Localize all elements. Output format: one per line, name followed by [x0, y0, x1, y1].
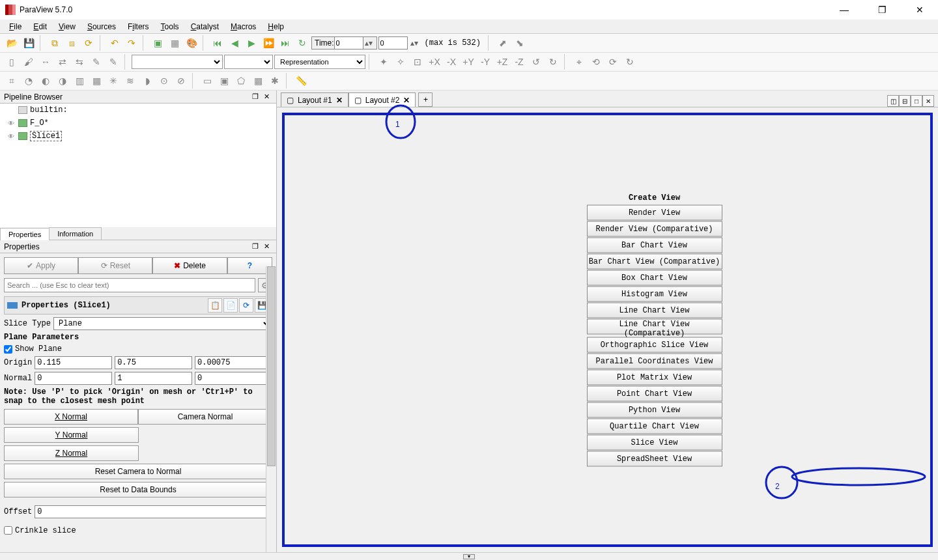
palette-icon[interactable]: 🎨: [184, 35, 199, 51]
reset-camera-button[interactable]: Reset Camera to Normal: [4, 464, 272, 479]
menu-catalyst[interactable]: Catalyst: [186, 21, 224, 33]
menu-view[interactable]: View: [53, 21, 81, 33]
adjust-cam-icon[interactable]: ⌖: [571, 54, 587, 70]
close-view-icon[interactable]: ✕: [922, 95, 934, 107]
extract-icon[interactable]: ▦: [89, 73, 104, 89]
view-option-point[interactable]: Point Chart View: [587, 385, 722, 401]
undock-icon[interactable]: ❐: [249, 242, 261, 251]
slice-icon[interactable]: ◑: [55, 73, 70, 89]
normal-x-input[interactable]: [35, 372, 112, 385]
split-h-icon[interactable]: ◫: [887, 95, 899, 107]
edit-color2-icon[interactable]: ✎: [106, 54, 121, 70]
paste-icon[interactable]: 📄: [223, 298, 238, 313]
calculator-icon[interactable]: ⌗: [4, 73, 20, 89]
refresh-icon[interactable]: ⟳: [81, 35, 96, 51]
minimize-button[interactable]: —: [831, 5, 857, 15]
zminus-icon[interactable]: -Z: [511, 54, 527, 70]
auto-icon[interactable]: ⇄: [55, 54, 70, 70]
layout-tab-1[interactable]: ▢ Layout #1 ✕: [281, 92, 348, 107]
reset-button[interactable]: ⟳Reset: [78, 257, 152, 274]
representation-selector[interactable]: Representation: [274, 55, 365, 69]
apply-icon[interactable]: ▣: [150, 35, 165, 51]
view-option-bar-comp[interactable]: Bar Chart View (Comparative): [587, 253, 722, 269]
view-option-python[interactable]: Python View: [587, 402, 722, 417]
custom-icon[interactable]: ⇆: [72, 54, 87, 70]
close-panel-icon[interactable]: ✕: [261, 92, 272, 101]
pipeline-node-slice1[interactable]: 👁 Slice1: [0, 130, 276, 143]
yplus-icon[interactable]: +Y: [461, 54, 476, 70]
reset-cam-icon[interactable]: ✦: [376, 54, 391, 70]
menu-macros[interactable]: Macros: [225, 21, 261, 33]
view-option-parallel[interactable]: Parallel Coordinates View: [587, 353, 722, 369]
rot90a-icon[interactable]: ↺: [528, 54, 544, 70]
menu-edit[interactable]: Edit: [28, 21, 52, 33]
offset-input[interactable]: [35, 505, 272, 518]
contour-icon[interactable]: ◔: [21, 73, 36, 89]
maximize-view-icon[interactable]: □: [911, 95, 922, 107]
close-panel-icon[interactable]: ✕: [261, 242, 272, 251]
collapse-icon[interactable]: [7, 302, 18, 309]
play-icon[interactable]: ▶: [244, 35, 259, 51]
group-icon[interactable]: ⊙: [156, 73, 172, 89]
normal-z-input[interactable]: [195, 372, 272, 385]
pipeline-node-fo[interactable]: 👁 F_O*: [0, 117, 276, 130]
pipeline-node-builtin[interactable]: builtin:: [0, 104, 276, 117]
view-option-ortho[interactable]: Orthographic Slice View: [587, 337, 722, 352]
view-option-spreadsheet[interactable]: SpreadSheet View: [587, 451, 722, 466]
time-frame-input[interactable]: [378, 36, 408, 49]
threshold-icon[interactable]: ▥: [72, 73, 87, 89]
undock-icon[interactable]: ❐: [249, 92, 261, 101]
xminus-icon[interactable]: -X: [444, 54, 459, 70]
view-option-render-comp[interactable]: Render View (Comparative): [587, 221, 722, 236]
menu-file[interactable]: File: [4, 21, 27, 33]
redo-icon[interactable]: ↷: [124, 35, 139, 51]
eye-icon[interactable]: 👁: [7, 120, 16, 127]
resize-handle[interactable]: ▾: [0, 552, 938, 560]
view-option-slice[interactable]: Slice View: [587, 434, 722, 450]
view-option-line-comp[interactable]: Line Chart View (Comparative): [587, 318, 722, 334]
ruler-icon[interactable]: 📏: [293, 73, 309, 89]
xplus-icon[interactable]: +X: [427, 54, 442, 70]
zoom-data-icon[interactable]: ✧: [393, 54, 408, 70]
crinkle-checkbox[interactable]: [4, 526, 12, 535]
color-icon[interactable]: 🖌: [21, 54, 36, 70]
layout-tab-2[interactable]: ▢ Layout #2 ✕: [348, 92, 416, 107]
properties-section-header[interactable]: Properties (Slice1) 📋 📄 ⟳ 💾: [4, 296, 272, 315]
menu-filters[interactable]: Filters: [122, 21, 154, 33]
slice-type-select[interactable]: Plane: [53, 317, 272, 330]
rot90b-icon[interactable]: ↻: [545, 54, 561, 70]
zoom-tool-icon[interactable]: ⬊: [512, 35, 528, 51]
eye-icon[interactable]: 👁: [7, 133, 16, 140]
connect-icon[interactable]: ⧉: [47, 35, 63, 51]
edit-color-icon[interactable]: ✎: [89, 54, 104, 70]
view-option-hist[interactable]: Histogram View: [587, 286, 722, 301]
undo-icon[interactable]: ↶: [107, 35, 122, 51]
open-icon[interactable]: 📂: [4, 35, 20, 51]
properties-search-input[interactable]: [4, 278, 255, 292]
tab-properties[interactable]: Properties: [0, 228, 50, 240]
z-normal-button[interactable]: Z Normal: [4, 445, 139, 461]
time-value-input[interactable]: [334, 36, 363, 49]
zoom-closest-icon[interactable]: ⊡: [410, 54, 425, 70]
zplus-icon[interactable]: +Z: [494, 54, 510, 70]
view-option-matrix[interactable]: Plot Matrix View: [587, 369, 722, 385]
select-tool-icon[interactable]: ⬈: [495, 35, 511, 51]
save-icon[interactable]: 💾: [21, 35, 36, 51]
array-selector[interactable]: [132, 55, 223, 69]
stream-icon[interactable]: ≋: [122, 73, 138, 89]
sel-through-icon[interactable]: ▣: [216, 73, 232, 89]
glyph-icon[interactable]: ✳: [106, 73, 121, 89]
view-option-bar[interactable]: Bar Chart View: [587, 237, 722, 253]
camera-normal-button[interactable]: Camera Normal: [138, 409, 272, 425]
layout-add-button[interactable]: +: [418, 92, 433, 107]
maximize-button[interactable]: ❐: [869, 5, 895, 15]
close-button[interactable]: ✕: [907, 5, 933, 15]
view-frame[interactable]: Create View Render View Render View (Com…: [282, 113, 933, 547]
sel-interactive-icon[interactable]: ✱: [267, 73, 283, 89]
ungroup-icon[interactable]: ⊘: [173, 73, 189, 89]
close-icon[interactable]: ✕: [336, 96, 343, 105]
sel-surf-icon[interactable]: ▭: [199, 73, 215, 89]
loop-icon[interactable]: ↻: [294, 35, 310, 51]
disconnect-icon[interactable]: ⧇: [64, 35, 79, 51]
view-option-box[interactable]: Box Chart View: [587, 270, 722, 285]
